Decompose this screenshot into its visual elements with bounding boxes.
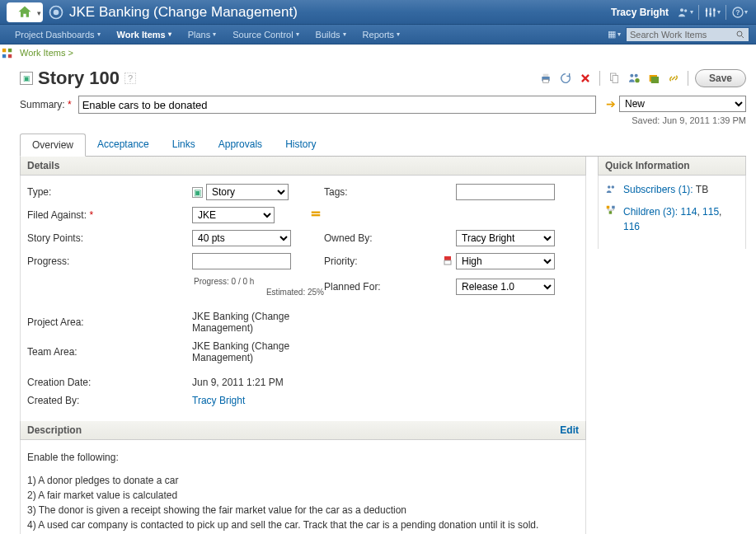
svg-point-33 [612,185,615,189]
refresh-icon[interactable] [558,71,573,86]
svg-rect-19 [543,74,549,77]
app-icon [48,4,64,21]
delete-icon[interactable] [578,71,593,86]
planned-select[interactable]: Release 1.0 [456,279,555,295]
move-icon[interactable] [646,71,661,86]
tab-approvals[interactable]: Approvals [207,134,274,156]
created-by-label: Created By: [27,395,192,406]
progress-label: Progress: [27,255,192,267]
type-label: Type: [27,186,192,198]
subscribe-icon[interactable] [627,71,641,86]
print-icon[interactable] [538,71,553,86]
svg-rect-14 [2,49,6,52]
breadcrumb-link[interactable]: Work Items [20,48,65,58]
svg-rect-17 [8,54,12,58]
progress-input[interactable] [192,253,291,269]
link-icon[interactable] [666,71,681,86]
svg-rect-34 [607,206,610,209]
workitem-title: Story 100 [38,68,120,89]
svg-point-23 [630,74,633,77]
tab-overview[interactable]: Overview [20,134,86,157]
nav-project-dashboards[interactable]: Project Dashboards▾ [7,30,109,40]
story-icon: ▣ [20,72,33,85]
svg-rect-22 [613,76,618,83]
search-input[interactable]: Search Work Items [626,27,749,42]
svg-rect-30 [444,256,451,260]
priority-select[interactable]: High [456,253,555,269]
help-icon[interactable]: ?▾ [731,4,748,21]
chevron-down-icon: ▾ [37,9,41,17]
svg-point-12 [737,31,742,36]
filed-label: Filed Against: * [27,209,192,221]
breadcrumb: Work Items > [20,48,746,58]
svg-point-9 [713,9,716,12]
project-value: JKE Banking (Change Management) [192,304,324,334]
home-button[interactable]: ▾ [7,2,43,22]
children-link[interactable]: Children (3): [623,206,678,218]
owned-select[interactable]: Tracy Bright [456,230,555,246]
nav-builds[interactable]: Builds▾ [308,30,355,40]
state-select[interactable]: New [619,96,746,112]
svg-point-24 [635,74,638,77]
description-heading: Description Edit [20,421,586,440]
app-banner: ▾ JKE Banking (Change Management) Tracy … [0,0,756,25]
svg-text:?: ? [735,8,740,16]
svg-rect-4 [706,7,707,16]
child-link[interactable]: 115 [702,206,719,218]
svg-point-7 [706,9,708,12]
title-actions: Save [538,69,746,87]
tags-label: Tags: [324,186,439,198]
tab-acceptance[interactable]: Acceptance [86,134,161,156]
nav-plans[interactable]: Plans▾ [180,30,225,40]
type-select[interactable]: Story [206,184,289,200]
svg-rect-35 [612,206,615,209]
created-date-label: Creation Date: [27,370,192,388]
points-select[interactable]: 40 pts [192,230,291,246]
priority-icon [439,255,456,268]
view-mode-menu[interactable]: ▦▾ [608,29,621,40]
quickinfo-heading: Quick Information [598,157,746,176]
team-value: JKE Banking (Change Management) [192,340,324,363]
filed-browse-icon[interactable] [308,208,324,222]
nav-reports[interactable]: Reports▾ [355,30,409,40]
created-by-link[interactable]: Tracy Bright [192,395,245,406]
copy-icon[interactable] [607,71,622,86]
details-heading: Details [20,157,586,176]
svg-rect-16 [2,54,6,58]
team-label: Team Area: [27,346,192,358]
summary-label: Summary: * [20,99,72,110]
svg-rect-36 [609,211,613,214]
child-link[interactable]: 114 [680,206,697,218]
svg-point-25 [635,78,639,82]
nav-work-items[interactable]: Work Items▾ [109,30,180,40]
summary-input[interactable] [78,96,596,114]
nav-source-control[interactable]: Source Control▾ [224,30,307,40]
progress-meta: Progress: 0 / 0 h Estimated: 25% [192,276,324,297]
tab-history[interactable]: History [274,134,327,156]
svg-rect-5 [710,7,711,16]
svg-point-32 [608,185,611,189]
settings-icon[interactable]: ▾ [704,4,721,21]
child-link[interactable]: 116 [623,221,640,232]
description-body: Enable the following: 1) A donor pledges… [20,440,586,534]
tags-input[interactable] [456,184,555,200]
current-user[interactable]: Tracy Bright [611,7,669,18]
subscribers-link[interactable]: Subscribers (1): [623,184,693,195]
save-button[interactable]: Save [695,69,746,87]
grid-view-icon[interactable] [0,44,16,65]
svg-point-1 [54,9,59,15]
story-type-icon: ▣ [192,187,203,198]
help-badge[interactable]: ? [124,73,136,84]
planned-label: Planned For: [324,281,439,293]
svg-rect-28 [312,211,321,213]
filed-select[interactable]: JKE [192,207,275,223]
children-icon [605,204,618,218]
owned-label: Owned By: [324,232,439,244]
workitem-tabs: Overview Acceptance Links Approvals Hist… [20,134,746,157]
edit-description-link[interactable]: Edit [560,424,579,436]
users-icon[interactable]: ▾ [677,4,693,21]
app-title: JKE Banking (Change Management) [69,4,298,21]
priority-label: Priority: [324,255,439,267]
tab-links[interactable]: Links [161,134,207,156]
svg-point-3 [684,9,687,12]
